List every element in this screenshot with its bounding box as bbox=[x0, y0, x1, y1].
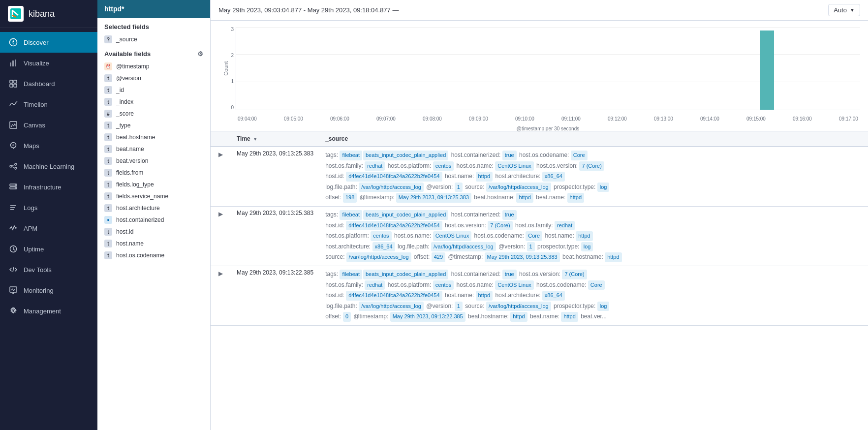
kv-beatver-3: beat.ver... bbox=[581, 313, 607, 320]
sidebar-item-management-label: Management bbox=[24, 307, 61, 315]
field-name-beat-version: beat.version bbox=[116, 157, 148, 164]
val-family-3: redhat bbox=[365, 280, 385, 290]
field-name-fields-service-name: fields.service_name bbox=[116, 193, 168, 200]
sidebar-item-discover[interactable]: Discover bbox=[0, 32, 97, 53]
svg-line-17 bbox=[12, 165, 15, 166]
kv-hostname-1: host.name: bbox=[445, 173, 474, 180]
field-name-fields-log-type: fields.log_type bbox=[116, 181, 154, 188]
expand-cell-2[interactable]: ▶ bbox=[211, 206, 231, 266]
x-label-0912: 09:12:00 bbox=[608, 116, 627, 122]
sidebar-item-monitoring[interactable]: Monitoring bbox=[0, 280, 97, 301]
field-item-version[interactable]: t @version bbox=[97, 72, 210, 84]
field-item-host-name[interactable]: t host.name bbox=[97, 238, 210, 249]
field-item-score[interactable]: # _score bbox=[97, 108, 210, 120]
monitoring-icon bbox=[8, 285, 19, 296]
field-item-fields-from[interactable]: t fields.from bbox=[97, 167, 210, 179]
field-item-source[interactable]: ? _source bbox=[97, 33, 210, 45]
sidebar-item-uptime[interactable]: Uptime bbox=[0, 239, 97, 259]
index-pattern-header[interactable]: httpd* bbox=[97, 0, 210, 18]
kv-logpath-1: log.file.path: bbox=[325, 184, 357, 190]
field-item-fields-service-name[interactable]: t fields.service_name bbox=[97, 190, 210, 202]
sidebar-item-visualize[interactable]: Visualize bbox=[0, 53, 97, 73]
expand-button-1[interactable]: ▶ bbox=[217, 150, 225, 159]
field-type-badge-host-os-codename: t bbox=[104, 251, 112, 259]
tag-codec-1: beats_input_codec_plain_applied bbox=[363, 151, 448, 160]
expand-cell-3[interactable]: ▶ bbox=[211, 266, 231, 325]
svg-rect-6 bbox=[15, 60, 16, 66]
kv-codename-2: host.os.codename: bbox=[474, 232, 524, 239]
sidebar-item-maps-label: Maps bbox=[24, 142, 39, 150]
sidebar-item-maps[interactable]: Maps bbox=[0, 135, 97, 156]
sidebar-item-apm[interactable]: APM bbox=[0, 218, 97, 239]
x-label-0905: 09:05:00 bbox=[284, 116, 303, 122]
field-item-beat-hostname[interactable]: t beat.hostname bbox=[97, 131, 210, 143]
kv-ver-3: @version: bbox=[426, 303, 453, 309]
sidebar-item-infrastructure-label: Infrastructure bbox=[24, 184, 62, 191]
field-item-host-id[interactable]: t host.id bbox=[97, 226, 210, 238]
field-item-fields-log-type[interactable]: t fields.log_type bbox=[97, 179, 210, 190]
field-item-beat-name[interactable]: t beat.name bbox=[97, 143, 210, 155]
val-arch-1: x86_64 bbox=[542, 172, 565, 182]
sidebar-item-infrastructure[interactable]: Infrastructure bbox=[0, 177, 97, 197]
kv-hostid-2: host.id: bbox=[325, 222, 344, 229]
sidebar-item-canvas-label: Canvas bbox=[24, 122, 45, 129]
y-tick-3: 3 bbox=[218, 27, 234, 32]
kv-osver-3: host.os.version: bbox=[519, 271, 560, 277]
kv-platform-1: host.os.platform: bbox=[388, 162, 432, 169]
svg-rect-10 bbox=[14, 84, 17, 87]
x-label-0913: 09:13:00 bbox=[654, 116, 673, 122]
field-item-id[interactable]: t _id bbox=[97, 84, 210, 96]
field-name-host-arch: host.architecture bbox=[116, 205, 160, 212]
kv-beatname-1: beat.name: bbox=[536, 194, 565, 201]
sidebar-item-management[interactable]: Management bbox=[0, 301, 97, 321]
val-platform-3: centos bbox=[433, 280, 454, 290]
kv-containerized-2: host.containerized: bbox=[451, 211, 501, 218]
val-ver-2: 1 bbox=[527, 242, 535, 252]
kv-platform-2: host.os.platform: bbox=[325, 232, 369, 239]
kv-logpath-2: log.file.path: bbox=[398, 243, 430, 250]
time-col-header[interactable]: Time ▾ bbox=[231, 131, 319, 147]
ml-icon bbox=[8, 161, 19, 172]
sidebar-item-machine-learning[interactable]: Machine Learning bbox=[0, 156, 97, 177]
x-label-0907: 09:07:00 bbox=[376, 116, 396, 122]
field-type-badge-fields-from: t bbox=[104, 169, 112, 177]
sidebar: kibana Discover Visualize bbox=[0, 0, 97, 430]
expand-button-2[interactable]: ▶ bbox=[217, 210, 225, 218]
field-name-host-name: host.name bbox=[116, 240, 144, 247]
sidebar-item-devtools[interactable]: Dev Tools bbox=[0, 259, 97, 280]
results-area: Time ▾ _source ▶ May 29th 2023, 09:13:25… bbox=[211, 131, 868, 430]
svg-rect-28 bbox=[10, 287, 17, 292]
field-item-beat-version[interactable]: t beat.version bbox=[97, 155, 210, 167]
val-osver-2: 7 (Core) bbox=[488, 221, 512, 231]
sidebar-logo: kibana bbox=[0, 0, 97, 28]
sidebar-item-discover-label: Discover bbox=[24, 39, 49, 46]
tag-filebeat-3: filebeat bbox=[340, 270, 362, 279]
field-item-index[interactable]: t _index bbox=[97, 96, 210, 108]
field-item-host-architecture[interactable]: t host.architecture bbox=[97, 202, 210, 214]
sidebar-item-dashboard[interactable]: Dashboard bbox=[0, 73, 97, 94]
tag-codec-3: beats_input_codec_plain_applied bbox=[363, 270, 448, 279]
sidebar-item-canvas[interactable]: Canvas bbox=[0, 115, 97, 135]
time-cell-2: May 29th 2023, 09:13:25.383 bbox=[231, 206, 319, 266]
sidebar-item-timelion[interactable]: Timelion bbox=[0, 94, 97, 115]
field-item-host-containerized[interactable]: ● host.containerized bbox=[97, 214, 210, 226]
fields-settings-icon[interactable]: ⚙ bbox=[197, 50, 203, 58]
y-tick-1: 1 bbox=[218, 79, 234, 84]
field-item-type[interactable]: t _type bbox=[97, 120, 210, 131]
val-codename-3: Core bbox=[588, 280, 605, 290]
field-type-badge-host-arch: t bbox=[104, 204, 112, 212]
interval-dropdown[interactable]: Auto ▼ bbox=[828, 4, 860, 16]
kv-offset-1: offset: bbox=[325, 194, 341, 201]
field-item-host-os-codename[interactable]: t host.os.codename bbox=[97, 249, 210, 261]
val-osver-3: 7 (Core) bbox=[562, 270, 587, 279]
sort-icon: ▾ bbox=[254, 136, 256, 142]
expand-cell-1[interactable]: ▶ bbox=[211, 147, 231, 206]
val-beathostname-2: httpd bbox=[605, 252, 621, 262]
sidebar-item-logs[interactable]: Logs bbox=[0, 197, 97, 218]
val-hostname-2: httpd bbox=[576, 231, 592, 241]
expand-button-3[interactable]: ▶ bbox=[217, 269, 225, 278]
kv-hostid-1: host.id: bbox=[325, 173, 344, 180]
field-item-timestamp[interactable]: ⏰ @timestamp bbox=[97, 61, 210, 72]
kv-hostname-2: host.name: bbox=[545, 232, 574, 239]
val-arch-3: x86_64 bbox=[542, 291, 565, 301]
